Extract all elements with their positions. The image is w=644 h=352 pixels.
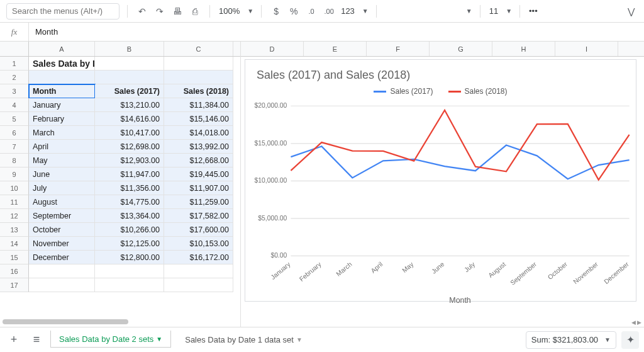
chevron-down-icon[interactable]: ▼ — [506, 8, 512, 14]
cell[interactable]: October — [29, 223, 95, 237]
cell[interactable]: $15,146.00 — [164, 112, 233, 126]
cell[interactable]: $11,907.00 — [164, 181, 233, 195]
sheet-tab[interactable]: Sales Data by Date 1 data set ▼ — [176, 331, 311, 349]
select-all-corner[interactable] — [0, 42, 29, 56]
cell[interactable]: $12,800.00 — [95, 251, 164, 264]
cell[interactable]: April — [29, 140, 95, 154]
print-icon[interactable]: 🖶 — [170, 4, 184, 18]
cell[interactable] — [95, 71, 164, 84]
collapse-toolbar-icon[interactable]: ⋁ — [624, 4, 638, 18]
row-header[interactable]: 12 — [0, 209, 29, 223]
font-size-select[interactable]: 11 — [488, 6, 499, 16]
cell[interactable]: Sales (2017) — [95, 84, 164, 98]
cell[interactable]: $12,125.00 — [95, 237, 164, 251]
cell[interactable]: $12,668.00 — [164, 154, 233, 167]
cell[interactable]: Sales Data by Date — [29, 57, 95, 71]
column-header[interactable]: C — [164, 42, 233, 56]
horizontal-scrollbar[interactable] — [3, 319, 240, 326]
cell-selected[interactable]: Month — [29, 84, 95, 98]
column-header[interactable]: D — [241, 42, 304, 56]
cell[interactable] — [164, 264, 233, 278]
row-header[interactable]: 8 — [0, 154, 29, 167]
cell[interactable]: June — [29, 167, 95, 181]
row-header[interactable]: 13 — [0, 223, 29, 237]
column-header[interactable]: F — [367, 42, 430, 56]
cell[interactable]: September — [29, 209, 95, 223]
row-header[interactable]: 10 — [0, 181, 29, 195]
cell[interactable]: $10,153.00 — [164, 237, 233, 251]
quicksum-box[interactable]: Sum: $321,803.00 ▼ — [526, 331, 616, 349]
column-header[interactable]: G — [430, 42, 492, 56]
column-header[interactable]: H — [492, 42, 555, 56]
cell[interactable]: $13,364.00 — [95, 209, 164, 223]
cell[interactable]: November — [29, 237, 95, 251]
chevron-down-icon[interactable]: ▼ — [296, 336, 303, 343]
row-header[interactable]: 3 — [0, 84, 29, 98]
cell[interactable]: February — [29, 112, 95, 126]
chevron-down-icon[interactable]: ▼ — [156, 336, 162, 343]
cell[interactable]: Sales (2018) — [164, 84, 233, 98]
cell[interactable]: January — [29, 98, 95, 112]
more-formats-button[interactable]: 123 — [340, 6, 356, 16]
add-sheet-button[interactable]: + — [5, 331, 23, 349]
cell[interactable]: $17,582.00 — [164, 209, 233, 223]
cell[interactable]: March — [29, 126, 95, 140]
cell[interactable] — [95, 57, 164, 71]
row-header[interactable]: 14 — [0, 237, 29, 251]
cell[interactable]: $11,259.00 — [164, 195, 233, 209]
cell[interactable]: $17,600.00 — [164, 223, 233, 237]
cell[interactable] — [29, 278, 95, 292]
cell[interactable] — [29, 264, 95, 278]
column-header[interactable]: A — [29, 42, 95, 56]
row-header[interactable]: 11 — [0, 195, 29, 209]
cell[interactable]: $11,947.00 — [95, 167, 164, 181]
row-header[interactable]: 16 — [0, 264, 29, 278]
cell[interactable]: July — [29, 181, 95, 195]
grid-body[interactable]: 1Sales Data by Date23MonthSales (2017)Sa… — [0, 57, 240, 327]
cell[interactable] — [95, 278, 164, 292]
cell[interactable]: $12,903.00 — [95, 154, 164, 167]
cell[interactable] — [29, 71, 95, 84]
decrease-decimal-button[interactable]: .0 — [304, 4, 318, 18]
cell[interactable]: $11,356.00 — [95, 181, 164, 195]
cell[interactable]: $11,384.00 — [164, 98, 233, 112]
explore-button[interactable]: ✦ — [621, 331, 639, 349]
cell[interactable] — [164, 71, 233, 84]
cell[interactable]: May — [29, 154, 95, 167]
cell[interactable]: $14,775.00 — [95, 195, 164, 209]
sheet-tab-active[interactable]: Sales Data by Date 2 sets ▼ — [50, 331, 171, 349]
chevron-down-icon[interactable]: ▼ — [247, 8, 253, 14]
cell[interactable]: $10,266.00 — [95, 223, 164, 237]
paint-format-icon[interactable]: ⎙ — [188, 4, 202, 18]
increase-decimal-button[interactable]: .00 — [322, 4, 336, 18]
cell[interactable]: $14,616.00 — [95, 112, 164, 126]
row-header[interactable]: 6 — [0, 126, 29, 140]
row-header[interactable]: 7 — [0, 140, 29, 154]
zoom-select[interactable]: 100% — [218, 6, 241, 16]
cell[interactable] — [95, 264, 164, 278]
row-header[interactable]: 1 — [0, 57, 29, 71]
cell[interactable]: $10,417.00 — [95, 126, 164, 140]
cell[interactable]: August — [29, 195, 95, 209]
row-header[interactable]: 2 — [0, 71, 29, 84]
row-header[interactable]: 9 — [0, 167, 29, 181]
cell[interactable] — [164, 57, 233, 71]
cell[interactable]: $13,992.00 — [164, 140, 233, 154]
cell[interactable] — [164, 278, 233, 292]
chevron-down-icon[interactable]: ▼ — [362, 8, 369, 14]
undo-icon[interactable]: ↶ — [135, 4, 149, 18]
row-header[interactable]: 5 — [0, 112, 29, 126]
cell[interactable]: December — [29, 251, 95, 264]
chart-object[interactable]: Sales (2017) and Sales (2018) Sales (201… — [245, 59, 636, 302]
redo-icon[interactable]: ↷ — [153, 4, 167, 18]
more-toolbar-button[interactable]: ••• — [528, 6, 539, 16]
column-header[interactable]: E — [304, 42, 367, 56]
all-sheets-button[interactable]: ≡ — [28, 331, 45, 349]
format-currency-button[interactable]: $ — [269, 4, 283, 18]
row-header[interactable]: 17 — [0, 278, 29, 292]
cell[interactable]: $12,698.00 — [95, 140, 164, 154]
row-header[interactable]: 4 — [0, 98, 29, 112]
cell[interactable]: $13,210.00 — [95, 98, 164, 112]
chevron-down-icon[interactable]: ▼ — [466, 8, 472, 14]
formula-input[interactable]: Month — [29, 27, 644, 37]
